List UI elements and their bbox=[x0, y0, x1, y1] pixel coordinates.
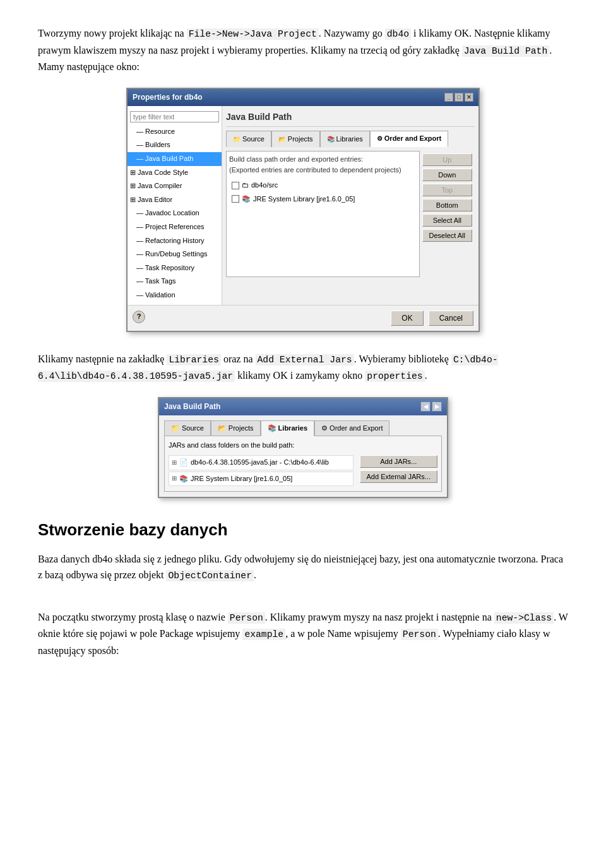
tab2-source-icon: 📁 bbox=[171, 423, 180, 434]
order-tab-icon: ⚙ bbox=[377, 134, 383, 144]
tab-projects[interactable]: 📂 Projects bbox=[271, 131, 320, 147]
top-button[interactable]: Top bbox=[422, 184, 472, 196]
minimize-button[interactable]: _ bbox=[444, 93, 453, 102]
p2-text: Klikamy następnie na zakładkę bbox=[38, 354, 167, 364]
tree-item-java-code-style[interactable]: ⊞ Java Code Style bbox=[128, 166, 222, 180]
add-jars-button[interactable]: Add JARs... bbox=[360, 455, 438, 468]
tab2-order[interactable]: ⚙ Order and Export bbox=[314, 420, 389, 437]
eclipse-dialog-1: Properties for db4o _ □ ✕ — Resource — B… bbox=[126, 88, 480, 332]
tab-source[interactable]: 📁 Source bbox=[226, 131, 271, 147]
p4-code3: example bbox=[242, 629, 285, 640]
lib-item-jre[interactable]: ⊞ 📚 JRE System Library [jre1.6.0_05] bbox=[169, 472, 354, 487]
screenshot-1: Properties for db4o _ □ ✕ — Resource — B… bbox=[38, 88, 568, 332]
tree-item-javadoc[interactable]: — Javadoc Location bbox=[128, 206, 222, 220]
tab-source-label: Source bbox=[242, 134, 264, 145]
tree-item-java-build-path[interactable]: — Java Build Path bbox=[128, 152, 222, 166]
p2-code4: properties bbox=[365, 371, 424, 382]
cancel-button-1[interactable]: Cancel bbox=[429, 311, 473, 326]
p3-code1: ObjectContainer bbox=[166, 570, 254, 581]
libs-list: ⊞ 📄 db4o-6.4.38.10595-java5.jar - C:\db4… bbox=[169, 455, 354, 487]
tree-item-project-references[interactable]: — Project References bbox=[128, 220, 222, 234]
nav-arrows: ◀ ▶ bbox=[420, 401, 442, 412]
expand-icon-db4o: ⊞ bbox=[172, 458, 177, 468]
list-item-db4o-src[interactable]: 🗀 db4o/src bbox=[229, 179, 417, 193]
lib-item-db4o[interactable]: ⊞ 📄 db4o-6.4.38.10595-java5.jar - C:\db4… bbox=[169, 455, 354, 470]
tab2-libraries[interactable]: 📚 Libraries bbox=[261, 420, 314, 437]
maximize-button[interactable]: □ bbox=[454, 93, 463, 102]
tab2-source[interactable]: 📁 Source bbox=[164, 420, 211, 437]
tab2-projects-icon: 📂 bbox=[218, 423, 227, 434]
lib-label-jre: JRE System Library [jre1.6.0_05] bbox=[191, 473, 292, 485]
dialog-footer-1: ? OK Cancel bbox=[128, 305, 478, 331]
section-label: JARs and class folders on the build path… bbox=[169, 440, 437, 451]
titlebar-buttons: _ □ ✕ bbox=[444, 93, 473, 102]
list-label-jre: JRE System Library [jre1.6.0_05] bbox=[253, 194, 355, 205]
back-arrow[interactable]: ◀ bbox=[420, 401, 431, 412]
dialog-main-title: Java Build Path bbox=[226, 110, 475, 127]
deselect-all-button[interactable]: Deselect All bbox=[422, 229, 472, 242]
paragraph-1: Tworzymy nowy projekt klikając na File->… bbox=[38, 25, 568, 75]
p2-rest3: klikamy OK i zamykamy okno bbox=[235, 370, 365, 381]
properties-tree: — Resource — Builders — Java Build Path … bbox=[128, 106, 222, 305]
select-all-button[interactable]: Select All bbox=[422, 214, 472, 227]
forward-arrow[interactable]: ▶ bbox=[432, 401, 442, 412]
paragraph-2: Klikamy następnie na zakładkę Libraries … bbox=[38, 351, 568, 384]
tree-item-builders[interactable]: — Builders bbox=[128, 138, 222, 152]
close-button[interactable]: ✕ bbox=[465, 93, 473, 102]
tree-item-java-compiler[interactable]: ⊞ Java Compiler bbox=[128, 179, 222, 193]
add-external-jars-button[interactable]: Add External JARs... bbox=[360, 470, 438, 483]
section-heading: Stworzenie bazy danych bbox=[38, 517, 568, 544]
screenshot-2: Java Build Path ◀ ▶ 📁 Source 📂 Projects … bbox=[38, 397, 568, 499]
tree-item-validation[interactable]: — Validation bbox=[128, 288, 222, 302]
p1-code2: db4o bbox=[385, 28, 411, 40]
ok-button-1[interactable]: OK bbox=[391, 311, 423, 326]
help-button[interactable]: ? bbox=[133, 311, 145, 323]
tab-order-export[interactable]: ⚙ Order and Export bbox=[370, 131, 448, 147]
tree-item-refactoring[interactable]: — Refactoring History bbox=[128, 234, 222, 248]
p3-rest1: . bbox=[254, 569, 256, 580]
p2-rest4: . bbox=[425, 370, 427, 381]
order-export-panel: Build class path order and exported entr… bbox=[226, 151, 475, 281]
checkbox-jre[interactable] bbox=[232, 195, 239, 203]
p2-rest2: . Wybieramy bibliotekę bbox=[354, 354, 451, 364]
libs-row: ⊞ 📄 db4o-6.4.38.10595-java5.jar - C:\db4… bbox=[169, 455, 437, 487]
tree-item-run-debug[interactable]: — Run/Debug Settings bbox=[128, 247, 222, 261]
tree-item-java-editor[interactable]: ⊞ Java Editor bbox=[128, 193, 222, 207]
content-description: Build class path order and exported entr… bbox=[229, 154, 417, 176]
bottom-button[interactable]: Bottom bbox=[422, 199, 472, 211]
dialog-titlebar-2: Java Build Path ◀ ▶ bbox=[159, 398, 447, 415]
tab2-libraries-label: Libraries bbox=[278, 423, 307, 434]
dialog-title-2: Java Build Path bbox=[164, 401, 220, 413]
dialog-title-1: Properties for db4o bbox=[133, 92, 203, 104]
dialog2-tabs: 📁 Source 📂 Projects 📚 Libraries ⚙ Order … bbox=[164, 420, 442, 437]
tab2-order-label: Order and Export bbox=[330, 423, 383, 434]
lib-icon-jar: 📄 bbox=[179, 457, 188, 468]
p4-code4: Person bbox=[401, 629, 438, 640]
checkbox-db4o-src[interactable] bbox=[232, 182, 239, 189]
p1-code3: Java Build Path bbox=[462, 45, 550, 57]
eclipse-dialog-2: Java Build Path ◀ ▶ 📁 Source 📂 Projects … bbox=[158, 397, 448, 499]
down-button[interactable]: Down bbox=[422, 169, 472, 181]
tree-item-task-tags[interactable]: — Task Tags bbox=[128, 275, 222, 288]
p4-rest1: . Klikamy prawym myszy na nasz projekt i… bbox=[265, 612, 494, 622]
lib-label-db4o: db4o-6.4.38.10595-java5.jar - C:\db4o-6.… bbox=[191, 457, 329, 468]
projects-tab-icon: 📂 bbox=[278, 134, 286, 145]
tree-item-resource[interactable]: — Resource bbox=[128, 125, 222, 139]
p2-rest1: oraz na bbox=[221, 354, 256, 364]
tab2-order-icon: ⚙ bbox=[321, 423, 328, 434]
tab2-source-label: Source bbox=[182, 423, 204, 434]
lib-icon-jre: 📚 bbox=[179, 473, 188, 485]
list-label-db4o: db4o/src bbox=[251, 180, 278, 191]
filter-input[interactable] bbox=[130, 111, 219, 122]
order-export-content: Build class path order and exported entr… bbox=[226, 151, 420, 277]
up-button[interactable]: Up bbox=[422, 153, 472, 166]
order-buttons: Up Down Top Bottom Select All Deselect A… bbox=[420, 151, 475, 281]
expand-icon-jre: ⊞ bbox=[172, 473, 177, 484]
tab-libraries[interactable]: 📚 Libraries bbox=[320, 131, 370, 147]
dialog-body-1: — Resource — Builders — Java Build Path … bbox=[128, 106, 478, 305]
tree-item-task-repo[interactable]: — Task Repository bbox=[128, 261, 222, 275]
tab2-projects[interactable]: 📂 Projects bbox=[211, 420, 261, 437]
dialog-tabs: 📁 Source 📂 Projects 📚 Libraries ⚙ Order … bbox=[226, 131, 475, 147]
list-item-jre[interactable]: 📚 JRE System Library [jre1.6.0_05] bbox=[229, 193, 417, 206]
p4-code2: new->Class bbox=[494, 612, 554, 624]
